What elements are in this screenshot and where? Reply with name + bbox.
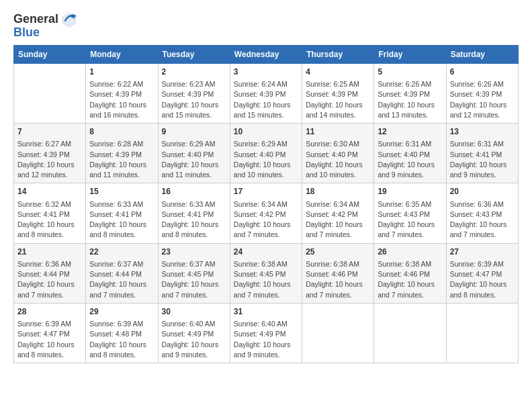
day-info: Sunrise: 6:33 AM Sunset: 4:41 PM Dayligh… xyxy=(162,199,226,240)
day-info: Sunrise: 6:34 AM Sunset: 4:42 PM Dayligh… xyxy=(306,199,370,240)
calendar-cell: 31Sunrise: 6:40 AM Sunset: 4:49 PM Dayli… xyxy=(230,303,302,363)
day-info: Sunrise: 6:27 AM Sunset: 4:39 PM Dayligh… xyxy=(17,139,82,180)
day-number: 19 xyxy=(378,186,442,197)
day-info: Sunrise: 6:39 AM Sunset: 4:47 PM Dayligh… xyxy=(450,259,515,300)
calendar-cell: 3Sunrise: 6:24 AM Sunset: 4:39 PM Daylig… xyxy=(230,63,302,123)
day-number: 13 xyxy=(450,126,515,138)
day-info: Sunrise: 6:28 AM Sunset: 4:39 PM Dayligh… xyxy=(89,139,154,180)
calendar-cell xyxy=(446,303,518,363)
calendar-cell: 22Sunrise: 6:37 AM Sunset: 4:44 PM Dayli… xyxy=(86,243,158,303)
calendar-cell: 20Sunrise: 6:36 AM Sunset: 4:43 PM Dayli… xyxy=(446,183,518,243)
calendar-cell: 5Sunrise: 6:26 AM Sunset: 4:39 PM Daylig… xyxy=(374,63,446,123)
calendar-cell: 28Sunrise: 6:39 AM Sunset: 4:47 PM Dayli… xyxy=(14,303,86,363)
day-info: Sunrise: 6:32 AM Sunset: 4:41 PM Dayligh… xyxy=(17,199,82,240)
day-info: Sunrise: 6:34 AM Sunset: 4:42 PM Dayligh… xyxy=(234,199,298,240)
day-info: Sunrise: 6:33 AM Sunset: 4:41 PM Dayligh… xyxy=(89,199,154,240)
calendar-cell: 1Sunrise: 6:22 AM Sunset: 4:39 PM Daylig… xyxy=(86,63,158,123)
day-number: 16 xyxy=(162,186,226,197)
day-info: Sunrise: 6:23 AM Sunset: 4:39 PM Dayligh… xyxy=(162,79,226,120)
logo: General Blue xyxy=(13,10,79,40)
calendar-cell: 26Sunrise: 6:38 AM Sunset: 4:46 PM Dayli… xyxy=(374,243,446,303)
day-number: 20 xyxy=(450,186,515,197)
calendar-cell: 18Sunrise: 6:34 AM Sunset: 4:42 PM Dayli… xyxy=(302,183,374,243)
day-number: 12 xyxy=(378,126,442,138)
day-number: 31 xyxy=(234,306,298,318)
calendar-cell: 17Sunrise: 6:34 AM Sunset: 4:42 PM Dayli… xyxy=(230,183,302,243)
calendar-cell: 4Sunrise: 6:25 AM Sunset: 4:39 PM Daylig… xyxy=(302,63,374,123)
calendar-cell: 12Sunrise: 6:31 AM Sunset: 4:40 PM Dayli… xyxy=(374,124,446,183)
col-header-tuesday: Tuesday xyxy=(158,45,230,63)
calendar-cell: 23Sunrise: 6:37 AM Sunset: 4:45 PM Dayli… xyxy=(158,243,230,303)
calendar-cell: 10Sunrise: 6:29 AM Sunset: 4:40 PM Dayli… xyxy=(230,124,302,183)
day-number: 24 xyxy=(234,246,298,258)
calendar-cell: 9Sunrise: 6:29 AM Sunset: 4:40 PM Daylig… xyxy=(158,124,230,183)
day-info: Sunrise: 6:31 AM Sunset: 4:40 PM Dayligh… xyxy=(378,139,442,180)
calendar-cell: 8Sunrise: 6:28 AM Sunset: 4:39 PM Daylig… xyxy=(86,124,158,183)
calendar-week-row: 7Sunrise: 6:27 AM Sunset: 4:39 PM Daylig… xyxy=(14,124,519,183)
col-header-sunday: Sunday xyxy=(14,45,86,63)
day-number: 25 xyxy=(306,246,370,258)
day-number: 26 xyxy=(378,246,442,258)
calendar-cell: 21Sunrise: 6:36 AM Sunset: 4:44 PM Dayli… xyxy=(14,243,86,303)
calendar-cell: 19Sunrise: 6:35 AM Sunset: 4:43 PM Dayli… xyxy=(374,183,446,243)
calendar-header-row: SundayMondayTuesdayWednesdayThursdayFrid… xyxy=(14,45,519,63)
day-number: 14 xyxy=(17,186,82,197)
day-info: Sunrise: 6:25 AM Sunset: 4:39 PM Dayligh… xyxy=(306,79,370,120)
day-info: Sunrise: 6:30 AM Sunset: 4:40 PM Dayligh… xyxy=(306,139,370,180)
day-info: Sunrise: 6:38 AM Sunset: 4:45 PM Dayligh… xyxy=(234,259,298,300)
day-number: 9 xyxy=(162,126,226,138)
day-info: Sunrise: 6:29 AM Sunset: 4:40 PM Dayligh… xyxy=(162,139,226,180)
calendar-cell xyxy=(302,303,374,363)
day-number: 30 xyxy=(162,306,226,318)
day-info: Sunrise: 6:26 AM Sunset: 4:39 PM Dayligh… xyxy=(378,79,442,120)
day-number: 5 xyxy=(378,66,442,78)
day-info: Sunrise: 6:39 AM Sunset: 4:48 PM Dayligh… xyxy=(89,319,154,360)
day-info: Sunrise: 6:35 AM Sunset: 4:43 PM Dayligh… xyxy=(378,199,442,240)
day-number: 11 xyxy=(306,126,370,138)
calendar-week-row: 14Sunrise: 6:32 AM Sunset: 4:41 PM Dayli… xyxy=(14,183,519,243)
day-number: 22 xyxy=(89,246,154,258)
day-number: 23 xyxy=(162,246,226,258)
calendar-cell: 27Sunrise: 6:39 AM Sunset: 4:47 PM Dayli… xyxy=(446,243,518,303)
day-info: Sunrise: 6:29 AM Sunset: 4:40 PM Dayligh… xyxy=(234,139,298,180)
calendar-cell: 7Sunrise: 6:27 AM Sunset: 4:39 PM Daylig… xyxy=(14,124,86,183)
day-number: 6 xyxy=(450,66,515,78)
day-info: Sunrise: 6:38 AM Sunset: 4:46 PM Dayligh… xyxy=(378,259,442,300)
day-number: 28 xyxy=(17,306,82,318)
header: General Blue xyxy=(13,10,519,40)
day-number: 10 xyxy=(234,126,298,138)
day-info: Sunrise: 6:31 AM Sunset: 4:41 PM Dayligh… xyxy=(450,139,515,180)
day-number: 18 xyxy=(306,186,370,197)
col-header-saturday: Saturday xyxy=(446,45,518,63)
day-number: 4 xyxy=(306,66,370,78)
day-number: 8 xyxy=(89,126,154,138)
calendar-cell: 11Sunrise: 6:30 AM Sunset: 4:40 PM Dayli… xyxy=(302,124,374,183)
calendar-cell: 29Sunrise: 6:39 AM Sunset: 4:48 PM Dayli… xyxy=(86,303,158,363)
calendar-week-row: 21Sunrise: 6:36 AM Sunset: 4:44 PM Dayli… xyxy=(14,243,519,303)
day-info: Sunrise: 6:24 AM Sunset: 4:39 PM Dayligh… xyxy=(234,79,298,120)
day-info: Sunrise: 6:22 AM Sunset: 4:39 PM Dayligh… xyxy=(89,79,154,120)
calendar-cell xyxy=(374,303,446,363)
day-number: 29 xyxy=(89,306,154,318)
day-number: 7 xyxy=(17,126,82,138)
day-number: 17 xyxy=(234,186,298,197)
day-info: Sunrise: 6:26 AM Sunset: 4:39 PM Dayligh… xyxy=(450,79,515,120)
calendar-cell: 24Sunrise: 6:38 AM Sunset: 4:45 PM Dayli… xyxy=(230,243,302,303)
day-number: 3 xyxy=(234,66,298,78)
logo-icon xyxy=(60,10,79,29)
col-header-monday: Monday xyxy=(86,45,158,63)
day-number: 15 xyxy=(89,186,154,197)
calendar-cell xyxy=(14,63,86,123)
calendar-cell: 30Sunrise: 6:40 AM Sunset: 4:49 PM Dayli… xyxy=(158,303,230,363)
day-number: 21 xyxy=(17,246,82,258)
col-header-wednesday: Wednesday xyxy=(230,45,302,63)
day-info: Sunrise: 6:40 AM Sunset: 4:49 PM Dayligh… xyxy=(162,319,226,360)
calendar-week-row: 1Sunrise: 6:22 AM Sunset: 4:39 PM Daylig… xyxy=(14,63,519,123)
day-info: Sunrise: 6:40 AM Sunset: 4:49 PM Dayligh… xyxy=(234,319,298,360)
day-number: 2 xyxy=(162,66,226,78)
day-info: Sunrise: 6:37 AM Sunset: 4:45 PM Dayligh… xyxy=(162,259,226,300)
day-number: 27 xyxy=(450,246,515,258)
calendar-week-row: 28Sunrise: 6:39 AM Sunset: 4:47 PM Dayli… xyxy=(14,303,519,363)
col-header-thursday: Thursday xyxy=(302,45,374,63)
calendar-cell: 15Sunrise: 6:33 AM Sunset: 4:41 PM Dayli… xyxy=(86,183,158,243)
